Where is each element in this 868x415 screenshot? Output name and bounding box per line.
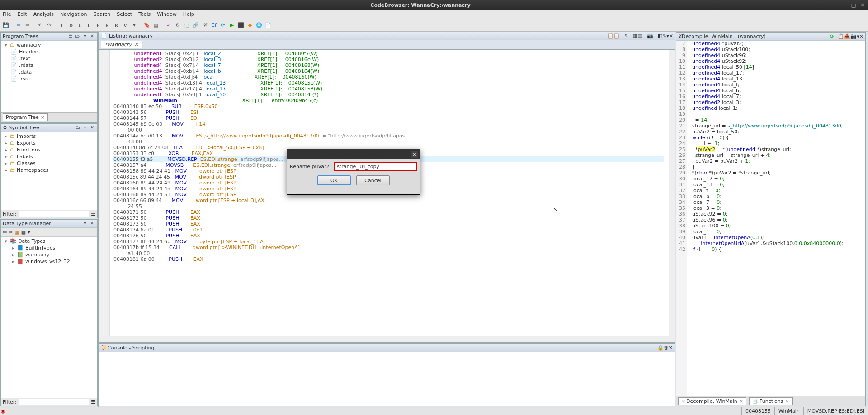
tree-item[interactable]: 📄 .rdata <box>3 62 95 69</box>
save-icon[interactable]: 💾 <box>2 21 10 29</box>
decompile-view[interactable]: 7 8 9 10 11 12 13 14 15 16 17 18 19 20 2… <box>676 41 865 396</box>
menu-icon[interactable]: ▾ <box>28 229 30 235</box>
close-tab-icon[interactable]: × <box>134 42 138 47</box>
program-tree-tab[interactable]: Program Tree× <box>3 113 48 121</box>
chain-icon[interactable]: 🔗 <box>192 21 200 29</box>
paste-icon[interactable]: 📋 <box>613 33 620 39</box>
tree-item[interactable]: ▸🗀Functions <box>3 146 95 153</box>
close-panel-icon[interactable]: ✕ <box>89 221 95 227</box>
panel-action-icon[interactable]: 🗁 <box>75 33 81 40</box>
export-icon[interactable]: 📤 <box>844 33 850 39</box>
chevron-down-icon[interactable]: ▾ <box>82 33 88 40</box>
check-icon[interactable]: ✓ <box>165 21 173 29</box>
tree-item[interactable]: 📄 Headers <box>3 48 95 55</box>
ok-button[interactable]: OK <box>317 175 351 185</box>
tree-item[interactable]: ▸📗 wannacry <box>3 251 95 258</box>
stop-icon[interactable]: ⬛ <box>237 21 245 29</box>
filter-icon[interactable]: ▦ <box>14 229 19 235</box>
decompile-tab[interactable]: 𝒞 Decompile: WinMain× <box>678 397 746 405</box>
menu-window[interactable]: Window <box>157 11 176 17</box>
filter-settings-icon[interactable]: ☰ <box>91 211 95 217</box>
rename-input[interactable] <box>334 162 417 171</box>
back-icon[interactable]: ⇦ <box>14 21 23 29</box>
copy-icon[interactable]: 📋 <box>607 33 613 39</box>
filter-settings-icon[interactable]: ☰ <box>91 399 95 405</box>
chevron-down-icon[interactable]: ▾ <box>82 221 88 227</box>
close-panel-icon[interactable]: ✕ <box>669 33 673 39</box>
redo-icon[interactable]: ↷ <box>45 21 53 29</box>
panel-action-icon[interactable]: 🗀 <box>67 33 74 40</box>
snapshot-icon[interactable]: 📷 <box>850 33 857 39</box>
cancel-button[interactable]: Cancel <box>356 175 390 185</box>
close-panel-icon[interactable]: ✕ <box>89 125 95 131</box>
functions-tab[interactable]: 📑 Functions× <box>749 397 793 405</box>
bytes-icon[interactable]: ▤ <box>637 33 642 39</box>
maximize-icon[interactable]: □ <box>850 1 857 9</box>
toggle-icon[interactable]: ▦ <box>21 229 26 235</box>
cf-icon[interactable]: Cf <box>210 21 218 29</box>
panel-action-icon[interactable]: 🗀 <box>75 125 81 131</box>
menu-select[interactable]: Select <box>117 11 132 17</box>
tree-item[interactable]: 📄 .data <box>3 69 95 75</box>
hex-icon[interactable]: ▦ <box>633 33 637 39</box>
tree-root[interactable]: ▾🗀wannacry <box>3 42 95 48</box>
snapshot-icon[interactable]: 📷 <box>647 33 653 39</box>
graph-icon[interactable]: ⬚ <box>183 21 191 29</box>
tree-item[interactable]: 📄 .rsrc <box>3 75 95 82</box>
refresh-icon[interactable]: ⟳ <box>830 33 834 39</box>
refresh-icon[interactable]: ⟳ <box>219 21 227 29</box>
cursor-icon[interactable]: ↖ <box>624 33 628 39</box>
tree-item[interactable]: ▸🗀Exports <box>3 140 95 146</box>
edit-icon[interactable]: ✎ <box>662 33 666 39</box>
filter-icon[interactable]: ▦ <box>152 21 160 29</box>
lock-icon[interactable]: 🔒 <box>657 345 664 351</box>
close-icon[interactable]: ✕ <box>859 1 866 9</box>
doc-icon[interactable]: 📄 <box>264 21 272 29</box>
copy-icon[interactable]: 📋 <box>838 33 844 39</box>
tool-v-icon[interactable]: V <box>121 21 129 29</box>
tool-l-icon[interactable]: L <box>85 21 93 29</box>
forward-icon[interactable]: ⇨ <box>24 21 32 29</box>
bookmark-icon[interactable]: 🔖 <box>143 21 151 29</box>
listing-view[interactable]: undefined1 Stack[-0x2]:1 local_2 XREF[1]… <box>99 50 675 343</box>
menu-tools[interactable]: Tools <box>138 11 151 17</box>
datatype-filter-input[interactable] <box>19 399 89 405</box>
globe-icon[interactable]: 🌐 <box>255 21 263 29</box>
close-panel-icon[interactable]: ✕ <box>669 345 673 351</box>
back-icon[interactable]: ⇦ <box>3 229 7 235</box>
tree-item[interactable]: ▸🗀Classes <box>3 160 95 167</box>
play-icon[interactable]: ▶ <box>228 21 236 29</box>
gear-icon[interactable]: ⚙ <box>174 21 182 29</box>
vertical-scrollbar[interactable] <box>669 50 675 336</box>
minimize-icon[interactable]: ─ <box>841 1 848 9</box>
close-tab-icon[interactable]: × <box>739 398 743 404</box>
menu-navigation[interactable]: Navigation <box>60 11 87 17</box>
tree-item[interactable]: ▸🗀Namespaces <box>3 167 95 174</box>
horizontal-scrollbar[interactable] <box>99 336 675 342</box>
tree-item[interactable]: ▸📘 BuiltInTypes <box>3 245 95 251</box>
dialog-close-icon[interactable]: ✕ <box>411 151 418 158</box>
diff-icon[interactable]: ◧ <box>658 33 662 39</box>
forward-icon[interactable]: ⇨ <box>9 229 13 235</box>
tree-item[interactable]: ▸🗀Labels <box>3 153 95 160</box>
tree-item[interactable]: 📄 .text <box>3 55 95 62</box>
tool-r-icon[interactable]: R <box>103 21 111 29</box>
undo-icon[interactable]: ↶ <box>36 21 44 29</box>
menu-search[interactable]: Search <box>93 11 110 17</box>
close-tab-icon[interactable]: × <box>785 398 789 404</box>
menu-analysis[interactable]: Analysis <box>33 11 54 17</box>
tree-item[interactable]: ▸📕 windows_vs12_32 <box>3 258 95 265</box>
listing-file-tab[interactable]: *wannacry× <box>101 41 142 48</box>
menu-file[interactable]: File <box>3 11 11 17</box>
close-panel-icon[interactable]: ✕ <box>89 33 95 40</box>
console-body[interactable] <box>99 352 675 406</box>
close-tab-icon[interactable]: × <box>41 114 45 120</box>
dialog-titlebar[interactable]: Rename Local Variable ✕ <box>287 149 420 159</box>
chevron-down-icon[interactable]: ▾ <box>82 125 88 131</box>
tool-b-icon[interactable]: B <box>112 21 120 29</box>
tree-root[interactable]: ▾📚 Data Types <box>3 238 95 245</box>
tool-u-icon[interactable]: U <box>76 21 84 29</box>
code-icon[interactable]: 𝒞 <box>201 21 209 29</box>
menu-help[interactable]: Help <box>183 11 194 17</box>
menu-edit[interactable]: Edit <box>17 11 27 17</box>
